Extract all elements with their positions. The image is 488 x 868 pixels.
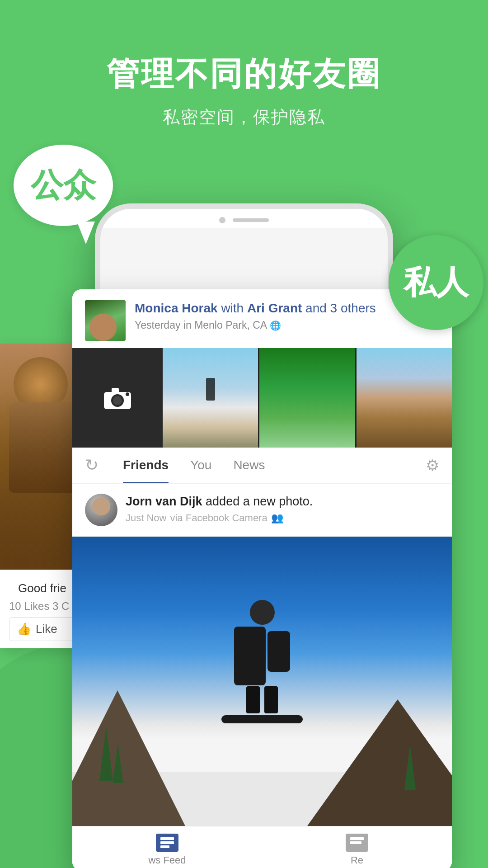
like-label: Like bbox=[36, 622, 57, 636]
tab-you[interactable]: You bbox=[179, 447, 222, 483]
tab-friends[interactable]: Friends bbox=[112, 447, 179, 483]
svg-rect-5 bbox=[160, 837, 174, 840]
refresh-icon[interactable]: ↻ bbox=[85, 456, 99, 475]
globe-icon: 🌐 bbox=[270, 320, 281, 331]
bottom-tab-feed[interactable]: ws Feed bbox=[72, 834, 262, 866]
phone-top-bar bbox=[100, 209, 388, 228]
post-preview-text: Good frie bbox=[9, 577, 81, 600]
page-subtitle: 私密空间，保护隐私 bbox=[0, 106, 488, 129]
post-location: Yesterday in Menlo Park, CA 🌐 bbox=[135, 319, 439, 331]
recent-label: Re bbox=[351, 854, 363, 866]
phone-camera bbox=[219, 217, 225, 223]
sb-legs bbox=[246, 686, 278, 713]
page-title: 管理不同的好友圈 bbox=[0, 54, 488, 93]
sb-body bbox=[234, 627, 266, 685]
friends-icon: 👥 bbox=[271, 512, 283, 524]
bottom-tab-recent[interactable]: Re bbox=[262, 834, 452, 866]
snowboarder-photo bbox=[72, 537, 452, 826]
sb-head bbox=[250, 600, 275, 625]
photo-thumb-2 bbox=[259, 348, 355, 448]
newsfeed-icon bbox=[156, 834, 178, 852]
avatar-photo bbox=[85, 494, 117, 526]
svg-rect-7 bbox=[160, 845, 169, 848]
snowboarder-figure bbox=[221, 600, 303, 754]
bottom-nav: ws Feed Re bbox=[72, 826, 452, 868]
svg-rect-6 bbox=[160, 841, 174, 844]
sb-board bbox=[221, 715, 303, 723]
svg-point-2 bbox=[113, 396, 122, 405]
svg-rect-3 bbox=[112, 388, 119, 393]
gear-icon[interactable]: ⚙ bbox=[426, 456, 439, 474]
private-bubble: 私人 bbox=[389, 235, 483, 330]
like-button[interactable]: 👍 Like bbox=[9, 617, 81, 641]
sb-backpack bbox=[267, 631, 290, 672]
private-label: 私人 bbox=[404, 261, 469, 304]
photo-thumbnails bbox=[163, 348, 452, 448]
svg-rect-8 bbox=[350, 837, 364, 840]
activity-text: Jorn van Dijk added a new photo. Just No… bbox=[126, 494, 439, 524]
header-section: 管理不同的好友圈 私密空间，保护隐私 bbox=[0, 0, 488, 129]
activity-title: Jorn van Dijk added a new photo. bbox=[126, 494, 439, 509]
feed-label: ws Feed bbox=[148, 854, 186, 866]
tab-news[interactable]: News bbox=[222, 447, 276, 483]
public-label: 公众 bbox=[31, 164, 96, 207]
camera-icon bbox=[102, 386, 133, 410]
activity-avatar bbox=[85, 494, 117, 526]
phone-home-bar bbox=[233, 218, 269, 222]
svg-rect-9 bbox=[350, 841, 361, 844]
post-meta: Monica Horak with Ari Grant and 3 others… bbox=[135, 300, 439, 331]
recent-icon-svg bbox=[350, 837, 364, 849]
friends-nav: ↻ Friends You News ⚙ bbox=[72, 448, 452, 484]
camera-cell[interactable] bbox=[72, 348, 163, 448]
avatar-image bbox=[85, 300, 126, 341]
activity-row: Jorn van Dijk added a new photo. Just No… bbox=[72, 484, 452, 537]
recent-icon bbox=[346, 834, 368, 852]
svg-point-4 bbox=[126, 392, 129, 396]
feed-icon-svg bbox=[160, 837, 174, 849]
like-thumb-icon: 👍 bbox=[17, 622, 31, 636]
public-bubble: 公众 bbox=[14, 145, 113, 226]
photo-thumb-3 bbox=[357, 348, 452, 448]
likes-count: 10 Likes 3 C bbox=[9, 600, 81, 613]
post-author-avatar bbox=[85, 300, 126, 341]
photo-thumb-1 bbox=[163, 348, 258, 448]
main-post-card: Monica Horak with Ari Grant and 3 others… bbox=[72, 289, 452, 868]
activity-subtitle: Just Now via Facebook Camera 👥 bbox=[126, 512, 439, 524]
photo-strip bbox=[72, 348, 452, 448]
